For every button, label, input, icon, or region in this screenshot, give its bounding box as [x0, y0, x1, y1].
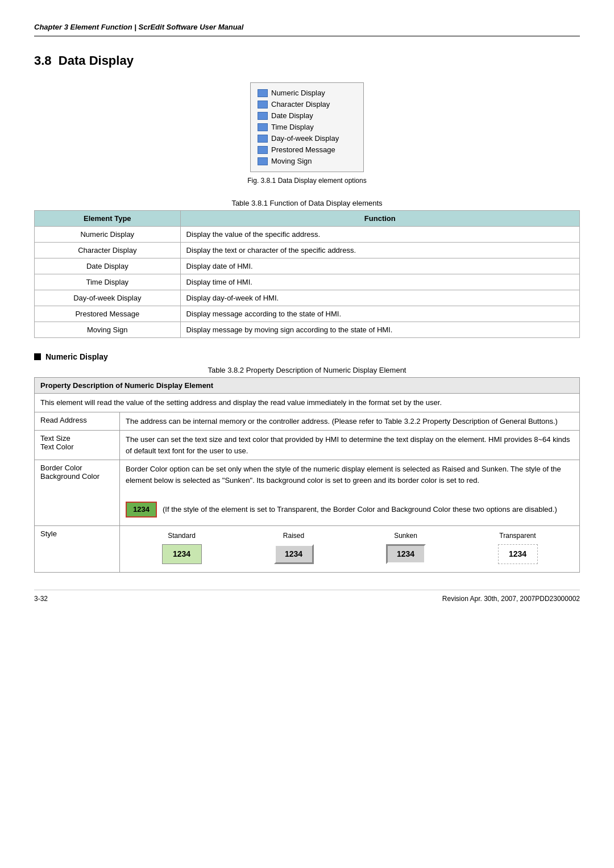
style-raised-value: 1234	[285, 549, 302, 558]
style-sunken-value: 1234	[397, 549, 414, 558]
figure-container: Numeric Display Character Display Date D…	[34, 82, 580, 185]
menu-icon-5	[258, 135, 268, 143]
table-row: Character Display	[35, 243, 181, 258]
style-transparent-cell: Transparent 1234	[462, 529, 574, 569]
table1-header-col2: Function	[180, 211, 579, 227]
section-title-text: Data Display	[59, 53, 134, 68]
style-standard-label: Standard	[128, 532, 235, 540]
style-standard-cell: Standard 1234	[126, 529, 238, 569]
prop-style-label: Style	[35, 525, 120, 572]
numeric-display-heading-text: Numeric Display	[45, 352, 108, 361]
menu-icon-7	[258, 157, 268, 165]
table-row: Display message according to the state o…	[180, 306, 579, 322]
prop-table-header-text: Property Description of Numeric Display …	[40, 381, 213, 390]
menu-item-3[interactable]: Date Display	[255, 110, 352, 121]
table-row: Day-of-week Display	[35, 290, 181, 306]
style-transparent-value: 1234	[509, 549, 526, 558]
table1-caption: Table 3.8.1 Function of Data Display ele…	[34, 199, 580, 207]
style-raised-cell: Raised 1234	[238, 529, 350, 569]
table-row: Moving Sign	[35, 322, 181, 338]
chapter-header-text: Chapter 3 Element Function | ScrEdit Sof…	[34, 23, 243, 31]
table-row: Display day-of-week of HMI.	[180, 290, 579, 306]
style-sunken-label: Sunken	[352, 532, 459, 540]
menu-icon-1	[258, 89, 268, 97]
menu-item-1[interactable]: Numeric Display	[255, 87, 352, 98]
menu-item-label-3: Date Display	[271, 111, 313, 120]
prop-read-address-label-text: Read Address	[40, 416, 87, 424]
footer: 3-32 Revision Apr. 30th, 2007, 2007PDD23…	[34, 590, 580, 603]
table-row: Time Display	[35, 274, 181, 290]
table-row: Display the value of the specific addres…	[180, 227, 579, 243]
square-bullet-icon	[34, 353, 41, 360]
prop-table-header: Property Description of Numeric Display …	[35, 378, 580, 394]
table-row: Date Display	[35, 258, 181, 274]
menu-item-label-7: Moving Sign	[271, 157, 312, 165]
prop-intro: This element will read the value of the …	[35, 394, 580, 412]
style-transparent-label: Transparent	[464, 532, 571, 540]
section-number: 3.8	[34, 53, 52, 68]
prop-style-demos: Standard 1234 Raised 1234 Sunken	[120, 525, 580, 572]
menu-item-7[interactable]: Moving Sign	[255, 156, 352, 166]
menu-item-label-1: Numeric Display	[271, 89, 325, 97]
menu-item-label-5: Day-of-week Display	[271, 134, 339, 143]
prop-bordercolor-desc: Border Color option can be set only when…	[120, 460, 580, 526]
style-raised-label: Raised	[240, 532, 347, 540]
table-row: Prestored Message	[35, 306, 181, 322]
prop-read-address-desc: The address can be internal memory or th…	[120, 412, 580, 431]
prop-bordercolor-label: Border Color Background Color	[35, 460, 120, 526]
prop-bordercolor-desc-text: Border Color option can be set only when…	[126, 465, 561, 485]
menu-item-5[interactable]: Day-of-week Display	[255, 133, 352, 144]
menu-item-label-2: Character Display	[271, 100, 330, 108]
border-demo-note-text: (If the style of the element is set to T…	[163, 505, 557, 514]
prop-read-address-desc-text: The address can be internal memory or th…	[126, 417, 558, 425]
border-demo-note: (If the style of the element is set to T…	[163, 504, 557, 515]
menu-item-4[interactable]: Time Display	[255, 122, 352, 132]
menu-item-6[interactable]: Prestored Message	[255, 144, 352, 155]
prop-textsize-label: Text Size Text Color	[35, 431, 120, 460]
table-row: Display time of HMI.	[180, 274, 579, 290]
table-row: Display message by moving sign according…	[180, 322, 579, 338]
menu-icon-2	[258, 101, 268, 108]
prop-intro-text: This element will read the value of the …	[40, 398, 442, 407]
numeric-display-heading: Numeric Display	[34, 352, 580, 361]
style-standard-value: 1234	[173, 549, 190, 558]
table1-header-col1: Element Type	[35, 211, 181, 227]
menu-item-2[interactable]: Character Display	[255, 99, 352, 110]
section-title: 3.8 Data Display	[34, 53, 580, 68]
table2-caption-text: Table 3.8.2 Property Description of Nume…	[208, 366, 406, 374]
style-raised-box: 1234	[274, 544, 314, 564]
fig-caption: Fig. 3.8.1 Data Display element options	[247, 177, 366, 185]
menu-icon-4	[258, 123, 268, 131]
style-demo-row: Standard 1234 Raised 1234 Sunken	[126, 529, 574, 569]
style-transparent-box: 1234	[498, 544, 538, 564]
chapter-header: Chapter 3 Element Function | ScrEdit Sof…	[34, 23, 580, 36]
table-row: Numeric Display	[35, 227, 181, 243]
table-row: Display the text or character of the spe…	[180, 243, 579, 258]
menu-item-label-4: Time Display	[271, 123, 314, 131]
prop-table: Property Description of Numeric Display …	[34, 377, 580, 573]
footer-revision: Revision Apr. 30th, 2007, 2007PDD2300000…	[442, 595, 580, 603]
style-sunken-cell: Sunken 1234	[350, 529, 462, 569]
prop-style-label-text: Style	[40, 529, 57, 538]
border-demo-value: 1234	[133, 504, 150, 515]
menu-icon-6	[258, 146, 268, 154]
menu-box: Numeric Display Character Display Date D…	[250, 82, 364, 172]
style-sunken-box: 1234	[386, 544, 426, 564]
prop-textsize-desc: The user can set the text size and text …	[120, 431, 580, 460]
table-row: Display date of HMI.	[180, 258, 579, 274]
style-standard-box: 1234	[162, 544, 202, 564]
menu-item-label-6: Prestored Message	[271, 145, 335, 154]
footer-page: 3-32	[34, 595, 48, 603]
table2-caption: Table 3.8.2 Property Description of Nume…	[34, 366, 580, 374]
menu-icon-3	[258, 112, 268, 120]
table1: Element Type Function Numeric DisplayDis…	[34, 210, 580, 338]
border-demo-box: 1234	[126, 502, 157, 518]
prop-read-address-label: Read Address	[35, 412, 120, 431]
table1-caption-text: Table 3.8.1 Function of Data Display ele…	[231, 199, 382, 207]
prop-textsize-desc-text: The user can set the text size and text …	[126, 435, 570, 455]
fig-caption-text: Fig. 3.8.1 Data Display element options	[247, 177, 366, 185]
